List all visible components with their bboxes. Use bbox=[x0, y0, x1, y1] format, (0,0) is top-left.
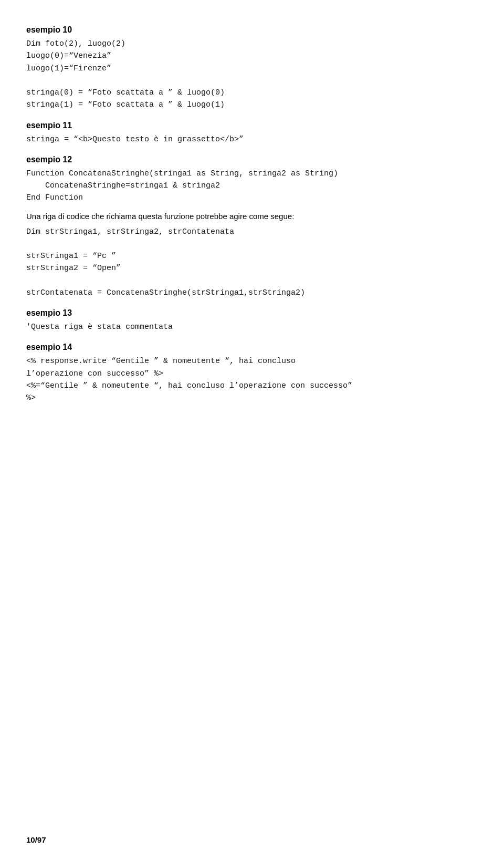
section-esempio14: esempio 14 <% response.write “Gentile ” … bbox=[26, 343, 478, 404]
heading-esempio12: esempio 12 bbox=[26, 155, 478, 164]
prose-esempio12: Una riga di codice che richiama questa f… bbox=[26, 212, 478, 221]
code-esempio14: <% response.write “Gentile ” & nomeutent… bbox=[26, 355, 478, 404]
heading-esempio10: esempio 10 bbox=[26, 25, 478, 35]
code-esempio11: stringa = “<b>Questo testo è in grassett… bbox=[26, 133, 478, 146]
page-footer: 10/97 bbox=[26, 835, 46, 844]
section-esempio11: esempio 11 stringa = “<b>Questo testo è … bbox=[26, 121, 478, 146]
section-esempio13: esempio 13 'Questa riga è stata commenta… bbox=[26, 308, 478, 333]
code-esempio12-part1: Function ConcatenaStringhe(stringa1 as S… bbox=[26, 168, 478, 204]
section-esempio10: esempio 10 Dim foto(2), luogo(2) luogo(0… bbox=[26, 25, 478, 111]
section-esempio12: esempio 12 Function ConcatenaStringhe(st… bbox=[26, 155, 478, 299]
page-content: esempio 10 Dim foto(2), luogo(2) luogo(0… bbox=[0, 0, 504, 436]
heading-esempio13: esempio 13 bbox=[26, 308, 478, 318]
heading-esempio11: esempio 11 bbox=[26, 121, 478, 130]
code-esempio13: 'Questa riga è stata commentata bbox=[26, 321, 478, 333]
code-esempio12-part2: Dim strStringa1, strStringa2, strContate… bbox=[26, 226, 478, 299]
code-esempio10: Dim foto(2), luogo(2) luogo(0)=“Venezia”… bbox=[26, 38, 478, 111]
page-number: 10/97 bbox=[26, 835, 46, 844]
heading-esempio14: esempio 14 bbox=[26, 343, 478, 352]
